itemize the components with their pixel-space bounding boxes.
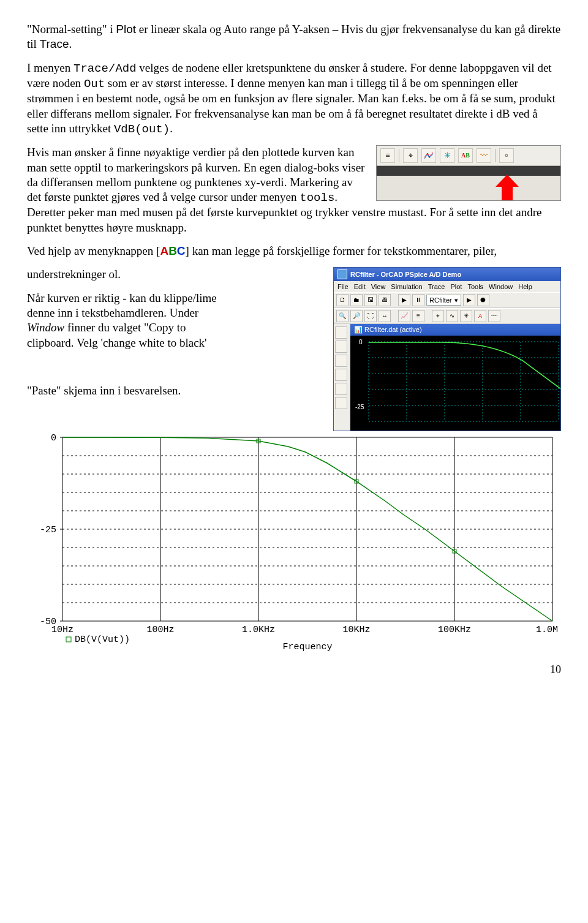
- pspice-left-toolbar: [334, 324, 350, 430]
- cursor-cross-icon: ✳: [440, 148, 454, 163]
- pspice-titlebar: RCfilter - OrCAD PSpice A/D Demo: [334, 268, 560, 281]
- toggle-cursor-icon: ⌖: [403, 148, 418, 163]
- svg-rect-46: [66, 637, 71, 642]
- app-icon: [337, 269, 347, 279]
- toolbar-icon: ≡: [380, 148, 395, 163]
- svg-text:10Hz: 10Hz: [51, 625, 74, 635]
- svg-text:-25: -25: [355, 404, 364, 410]
- pasted-bode-plot: 0-25-5010Hz100Hz1.0KHz10KHz100KHz1.0MHzD…: [27, 407, 559, 651]
- svg-text:100KHz: 100KHz: [438, 625, 471, 635]
- svg-text:1.0KHz: 1.0KHz: [242, 625, 275, 635]
- svg-text:10KHz: 10KHz: [342, 625, 370, 635]
- pspice-plot-area: 0 -25: [350, 336, 560, 431]
- svg-text:-25: -25: [40, 525, 56, 535]
- toolbar-screenshot: ≡ ⌖ ✳ AB 〰 ▫: [376, 145, 561, 201]
- svg-text:0: 0: [51, 433, 56, 443]
- pspice-title-text: RCfilter - OrCAD PSpice A/D Demo: [350, 270, 461, 279]
- pspice-menubar: FileEditViewSimulationTracePlotToolsWind…: [334, 281, 560, 292]
- svg-text:100Hz: 100Hz: [146, 625, 174, 635]
- svg-text:Frequency: Frequency: [282, 642, 332, 652]
- wave-icon: 〰: [477, 148, 491, 163]
- pspice-toolbar-1: 🗋🖿🖫🖶 ▶⏸ RCfilter▾ ▶⬣: [334, 292, 560, 308]
- page-number: 10: [27, 663, 561, 677]
- svg-text:1.0MHz: 1.0MHz: [536, 625, 559, 635]
- abc-annotate-icon: AB: [458, 148, 473, 163]
- paragraph-6: Når kurven er riktig - kan du klippe/lim…: [27, 291, 223, 350]
- paragraph-1: "Normal-setting" i Plot er lineær skala …: [27, 22, 561, 52]
- pspice-combo: RCfilter▾: [426, 295, 461, 306]
- red-arrow-annotation: [377, 176, 560, 200]
- paragraph-4: Ved hjelp av menyknappen [ABC] kan man l…: [27, 244, 561, 258]
- paragraph-2: I menyen Trace/Add velges de nodene elle…: [27, 61, 561, 137]
- pspice-toolbar-2: 🔍🔎⛶↔ 📈≡ ⌖∿✳A〰: [334, 308, 560, 324]
- pspice-screenshot: RCfilter - OrCAD PSpice A/D Demo FileEdi…: [333, 267, 561, 431]
- misc-icon: ▫: [499, 148, 514, 163]
- svg-text:DB(V(Vut)): DB(V(Vut)): [75, 635, 130, 645]
- graph-pair-icon: [421, 148, 436, 163]
- pspice-plot-tab: 📊 RCfilter.dat (active): [350, 324, 560, 335]
- svg-text:0: 0: [359, 339, 363, 345]
